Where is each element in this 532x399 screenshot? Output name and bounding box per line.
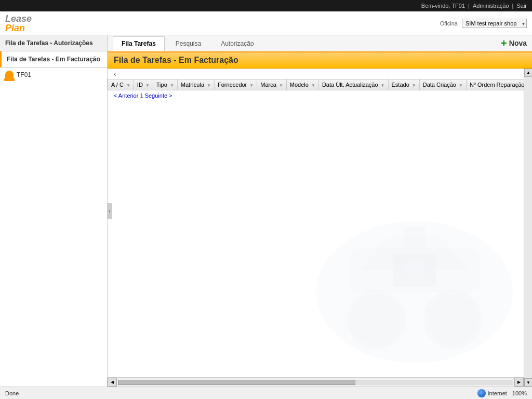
status-done: Done <box>5 390 467 396</box>
sort-ac-icon: ▼ <box>126 83 130 88</box>
svg-rect-10 <box>404 227 425 259</box>
zoom-label: 100% <box>512 390 527 396</box>
svg-point-0 <box>316 221 513 363</box>
col-data-criacao[interactable]: Data Criação ▼ <box>419 79 466 90</box>
office-label: Oficina <box>440 20 458 26</box>
col-data-ult[interactable]: Data Últ. Actualização ▼ <box>318 79 388 90</box>
h-scroll-track[interactable] <box>118 380 513 385</box>
svg-point-4 <box>425 292 480 347</box>
sort-tipo-icon: ▼ <box>170 83 174 88</box>
table-header-row: A / C ▼ ID ▼ Tipo ▼ <box>108 79 524 90</box>
status-bar: Done Internet 100% <box>0 387 532 399</box>
col-marca-label: Marca <box>260 82 276 88</box>
horizontal-scrollbar[interactable]: ◀ ▶ <box>108 377 524 387</box>
sidebar: Fila de Tarefas - Autorizações Fila de T… <box>0 35 108 387</box>
status-right: Internet 100% <box>477 389 527 397</box>
svg-point-5 <box>436 303 469 336</box>
sort-id-icon: ▼ <box>145 83 150 88</box>
col-modelo-label: Modelo <box>290 82 309 88</box>
col-tipo-label: Tipo <box>156 82 167 88</box>
table-scroll-area[interactable]: ‹ A / C ▼ ID ▼ <box>108 69 524 377</box>
plus-icon: + <box>501 37 507 49</box>
page-title: Fila de Tarefas - Em Facturação <box>114 56 238 64</box>
bg-decorative-image <box>305 180 524 377</box>
sidebar-item-facturacao[interactable]: Fila de Tarefas - Em Facturação <box>0 51 107 68</box>
col-matricula-label: Matrícula <box>181 82 204 88</box>
svg-point-2 <box>349 292 404 347</box>
main-layout: Fila de Tarefas - Autorizações Fila de T… <box>0 35 532 387</box>
table-area: ‹ A / C ▼ ID ▼ <box>108 69 524 387</box>
welcome-text: Bem-vindo, TF01 <box>421 3 465 9</box>
user-icon <box>5 71 14 79</box>
sort-marca-icon: ▼ <box>279 83 283 88</box>
svg-marker-7 <box>360 237 469 270</box>
anterior-link[interactable]: < Anterior <box>114 92 138 99</box>
col-num-ordem-label: Nº Ordem Reparação <box>470 82 524 88</box>
col-id[interactable]: ID ▼ <box>134 79 153 90</box>
logo-plan: Plan <box>5 23 32 33</box>
car-svg <box>305 180 524 377</box>
col-estado[interactable]: Estado ▼ <box>388 79 419 90</box>
col-marca[interactable]: Marca ▼ <box>257 79 287 90</box>
back-row: ‹ <box>108 69 524 79</box>
h-scroll-thumb[interactable] <box>118 380 355 385</box>
sort-fornecedor-icon: ▼ <box>249 83 254 88</box>
internet-label: Internet <box>488 390 507 396</box>
sort-matricula-icon: ▼ <box>207 83 211 88</box>
zoom-zone: 100% <box>512 390 527 396</box>
admin-link[interactable]: Administração <box>473 3 509 9</box>
col-data-criacao-label: Data Criação <box>423 82 456 88</box>
content-body: ‹ A / C ▼ ID ▼ <box>108 69 532 387</box>
svg-rect-8 <box>393 254 436 287</box>
office-select-wrapper[interactable]: SIM test repair shop <box>462 19 527 28</box>
sort-data-ult-icon: ▼ <box>381 83 385 88</box>
pagination-nav: < Anterior 1 Seguinte > <box>108 90 524 101</box>
col-fornecedor-label: Fornecedor <box>218 82 247 88</box>
office-select[interactable]: SIM test repair shop <box>462 19 527 28</box>
vertical-scrollbar[interactable]: ▲ ▼ <box>524 69 532 387</box>
office-bar: Oficina SIM test repair shop <box>440 19 527 28</box>
col-data-ult-label: Data Últ. Actualização <box>322 82 378 88</box>
v-scroll-up-btn[interactable]: ▲ <box>524 69 532 77</box>
globe-icon <box>477 389 486 397</box>
back-arrow[interactable]: ‹ <box>114 70 116 78</box>
h-scroll-left-btn[interactable]: ◀ <box>108 378 117 387</box>
svg-point-3 <box>360 303 393 336</box>
sidebar-item-autorizacoes[interactable]: Fila de Tarefas - Autorizações <box>0 35 107 51</box>
content-area: Fila Tarefas Pesquisa Autorização + Nova… <box>108 35 532 387</box>
sidebar-collapse-btn[interactable]: ‹ <box>107 203 112 219</box>
col-estado-label: Estado <box>392 82 409 88</box>
svg-point-9 <box>404 259 425 281</box>
page-header: Fila de Tarefas - Em Facturação <box>108 52 532 69</box>
h-scroll-right-btn[interactable]: ▶ <box>514 378 524 387</box>
sidebar-user-label: TF01 <box>17 71 31 78</box>
sair-link[interactable]: Sair <box>516 3 527 9</box>
sidebar-user-item[interactable]: TF01 <box>0 68 107 82</box>
separator1: | <box>468 3 470 9</box>
internet-zone: Internet <box>477 389 507 397</box>
tab-pesquisa[interactable]: Pesquisa <box>167 36 210 50</box>
data-table: A / C ▼ ID ▼ Tipo ▼ <box>108 79 524 90</box>
tab-autorizacao[interactable]: Autorização <box>212 36 262 50</box>
col-tipo[interactable]: Tipo ▼ <box>153 79 177 90</box>
logo-lease: Lease <box>5 14 32 23</box>
sort-estado-icon: ▼ <box>412 83 416 88</box>
col-modelo[interactable]: Modelo ▼ <box>286 79 318 90</box>
nova-button[interactable]: + Nova <box>501 37 527 49</box>
svg-rect-1 <box>349 248 480 292</box>
col-fornecedor[interactable]: Fornecedor ▼ <box>215 79 257 90</box>
col-id-label: ID <box>137 82 143 88</box>
col-num-ordem[interactable]: Nº Ordem Reparação ▼ <box>466 79 524 90</box>
col-ac-label: A / C <box>111 82 124 88</box>
sort-data-criacao-icon: ▼ <box>459 83 463 88</box>
v-scroll-down-btn[interactable]: ▼ <box>524 378 532 387</box>
separator2: | <box>512 3 514 9</box>
seguinte-link[interactable]: Seguinte > <box>145 92 172 99</box>
col-matricula[interactable]: Matrícula ▼ <box>177 79 214 90</box>
tab-fila-tarefas[interactable]: Fila Tarefas <box>113 36 165 51</box>
v-scroll-track[interactable] <box>524 77 532 378</box>
tabs-bar: Fila Tarefas Pesquisa Autorização + Nova <box>108 35 532 52</box>
svg-rect-6 <box>360 259 469 287</box>
col-ac[interactable]: A / C ▼ <box>108 79 134 90</box>
logo-bar: Lease Plan Oficina SIM test repair shop <box>0 11 532 35</box>
